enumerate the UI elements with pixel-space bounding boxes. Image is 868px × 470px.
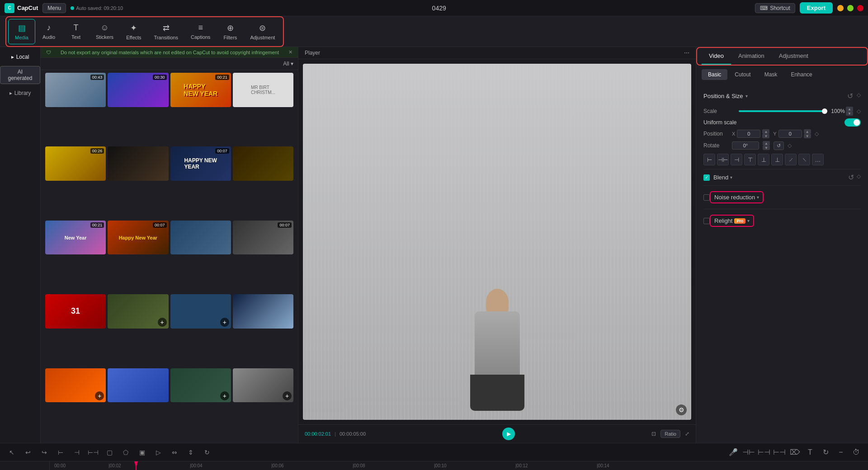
- blend-section[interactable]: ✓ Blend ▾ ↺ ◇: [703, 173, 861, 182]
- align-8[interactable]: ⟍: [798, 154, 810, 165]
- tab-animation[interactable]: Animation: [731, 48, 772, 65]
- tl-split-mid[interactable]: ⊢⊣: [87, 446, 99, 459]
- media-thumb-5[interactable]: 00:26: [45, 146, 106, 181]
- media-thumb-18[interactable]: [108, 368, 168, 403]
- media-thumb-15[interactable]: +: [170, 294, 231, 329]
- rotate-reset-button[interactable]: ↺: [774, 141, 784, 150]
- media-thumb-16[interactable]: [233, 294, 293, 329]
- scale-stepper[interactable]: ▲ ▼: [846, 107, 853, 116]
- tl-split-in[interactable]: ⊢: [54, 446, 67, 459]
- media-thumb-20[interactable]: +: [233, 368, 293, 403]
- align-right[interactable]: ⊣: [731, 154, 742, 165]
- rotate-input[interactable]: [732, 141, 759, 150]
- subtab-basic[interactable]: Basic: [702, 69, 727, 80]
- media-thumb-13[interactable]: 31: [45, 294, 106, 329]
- add-thumb-20[interactable]: +: [283, 391, 292, 400]
- tl-split-btn[interactable]: ⊢⊣: [758, 446, 770, 459]
- pos-x-stepper[interactable]: ▲ ▼: [762, 129, 769, 138]
- toolbar-item-text[interactable]: T Text: [62, 19, 90, 44]
- media-thumb-4[interactable]: MR BIRTCHRISTM...: [233, 73, 293, 107]
- toolbar-item-filters[interactable]: ⊕ Filters: [217, 19, 244, 44]
- ratio-button[interactable]: Ratio: [660, 430, 680, 438]
- shortcut-button[interactable]: ⌨ Shortcut: [755, 3, 795, 13]
- tl-timer-btn[interactable]: ⏱: [850, 446, 863, 459]
- media-thumb-11[interactable]: [170, 221, 231, 255]
- tab-video[interactable]: Video: [702, 48, 731, 65]
- tl-mic-btn[interactable]: 🎤: [727, 446, 740, 459]
- toolbar-item-effects[interactable]: ✦ Effects: [120, 19, 147, 44]
- tl-mask[interactable]: ⬠: [119, 446, 132, 459]
- position-diamond[interactable]: ◇: [815, 131, 819, 137]
- minimize-button[interactable]: [837, 5, 844, 11]
- media-thumb-7[interactable]: HAPPY NEWYEAR 00:07: [170, 146, 231, 181]
- scale-diamond[interactable]: ◇: [857, 108, 861, 114]
- align-top[interactable]: ⊤: [744, 154, 756, 165]
- tl-main-area[interactable]: 00:00 |00:02 |00:04 |00:06 |00:08 |00:10…: [50, 461, 868, 470]
- pos-x-down[interactable]: ▼: [762, 134, 769, 138]
- tl-loop-btn[interactable]: ↻: [819, 446, 832, 459]
- position-size-diamond[interactable]: ◇: [857, 92, 861, 100]
- blend-checkbox[interactable]: ✓: [703, 174, 710, 181]
- tl-cursor-btn[interactable]: ↖: [5, 446, 18, 459]
- pos-y-stepper[interactable]: ▲ ▼: [804, 129, 811, 138]
- fullscreen-icon[interactable]: ⊡: [651, 431, 656, 437]
- blend-diamond[interactable]: ◇: [857, 173, 861, 182]
- tl-flip-v[interactable]: ⇕: [184, 446, 197, 459]
- pos-x-up[interactable]: ▲: [762, 129, 769, 134]
- subtab-enhance[interactable]: Enhance: [784, 69, 818, 80]
- align-center-v[interactable]: ⊥: [758, 154, 769, 165]
- subtab-mask[interactable]: Mask: [758, 69, 784, 80]
- sidebar-item-library[interactable]: ▸ Library: [6, 88, 35, 99]
- player-menu-icon[interactable]: ⋯: [684, 50, 689, 56]
- scale-stepper-down[interactable]: ▼: [846, 111, 853, 116]
- toolbar-item-media[interactable]: ▤ Media: [8, 19, 35, 44]
- position-y-input[interactable]: [778, 130, 802, 138]
- export-button[interactable]: Export: [800, 2, 833, 14]
- tl-crop[interactable]: ▢: [103, 446, 116, 459]
- media-thumb-6[interactable]: [108, 146, 168, 181]
- toolbar-item-stickers[interactable]: ☺ Stickers: [90, 19, 120, 44]
- noise-reduction-checkbox[interactable]: [703, 194, 710, 201]
- player-canvas[interactable]: ⚙: [303, 64, 691, 420]
- media-thumb-17[interactable]: +: [45, 368, 106, 403]
- tl-text-overlay-btn[interactable]: T: [804, 446, 816, 459]
- tl-redo-btn[interactable]: ↪: [38, 446, 51, 459]
- position-size-section-header[interactable]: Position & Size ▾ ↺ ◇: [703, 88, 861, 104]
- add-thumb-17[interactable]: +: [95, 391, 104, 400]
- position-size-reset[interactable]: ↺: [847, 92, 853, 100]
- align-7[interactable]: ⟋: [785, 154, 797, 165]
- rotate-stepper[interactable]: ▲ ▼: [763, 141, 770, 150]
- tab-adjustment[interactable]: Adjustment: [772, 48, 816, 65]
- blend-reset[interactable]: ↺: [848, 173, 854, 182]
- align-left[interactable]: ⊢: [703, 154, 715, 165]
- toolbar-item-captions[interactable]: ≡ Captions: [184, 19, 217, 44]
- sidebar-item-local[interactable]: ▸ Local: [8, 52, 33, 62]
- close-button[interactable]: [857, 5, 863, 11]
- menu-button[interactable]: Menu: [42, 3, 66, 13]
- media-thumb-9[interactable]: New Year 00:21: [45, 221, 106, 255]
- maximize-button[interactable]: [847, 5, 854, 11]
- notice-close-button[interactable]: ✕: [288, 49, 292, 55]
- scale-slider[interactable]: [739, 110, 827, 112]
- tl-delete-btn[interactable]: ⌦: [788, 446, 801, 459]
- media-thumb-3[interactable]: HAPPYNEW YEAR 00:21: [170, 73, 231, 107]
- expand-icon[interactable]: ⤢: [685, 431, 689, 437]
- toolbar-item-transitions[interactable]: ⇄ Transitions: [148, 19, 184, 44]
- media-thumb-10[interactable]: Happy New Year 00:07: [108, 221, 168, 255]
- align-bottom[interactable]: ⊥: [771, 154, 783, 165]
- pos-y-up[interactable]: ▲: [804, 129, 811, 134]
- play-button[interactable]: ▶: [502, 428, 515, 440]
- tl-flip-h[interactable]: ⇔: [168, 446, 181, 459]
- tl-group[interactable]: ▣: [136, 446, 148, 459]
- media-thumb-19[interactable]: +: [170, 368, 231, 403]
- settings-overlay-icon[interactable]: ⚙: [676, 404, 687, 415]
- rotate-down[interactable]: ▼: [763, 146, 770, 150]
- media-thumb-2[interactable]: 00:30: [108, 73, 168, 107]
- media-thumb-8[interactable]: [233, 146, 293, 181]
- tl-trim-btn[interactable]: ⊢⊣: [773, 446, 786, 459]
- align-center-h[interactable]: ⊣⊢: [717, 154, 729, 165]
- tl-prev-btn[interactable]: ⊣⊢: [742, 446, 755, 459]
- tl-undo-btn[interactable]: ↩: [22, 446, 34, 459]
- tl-minus-btn[interactable]: −: [835, 446, 847, 459]
- pos-y-down[interactable]: ▼: [804, 134, 811, 138]
